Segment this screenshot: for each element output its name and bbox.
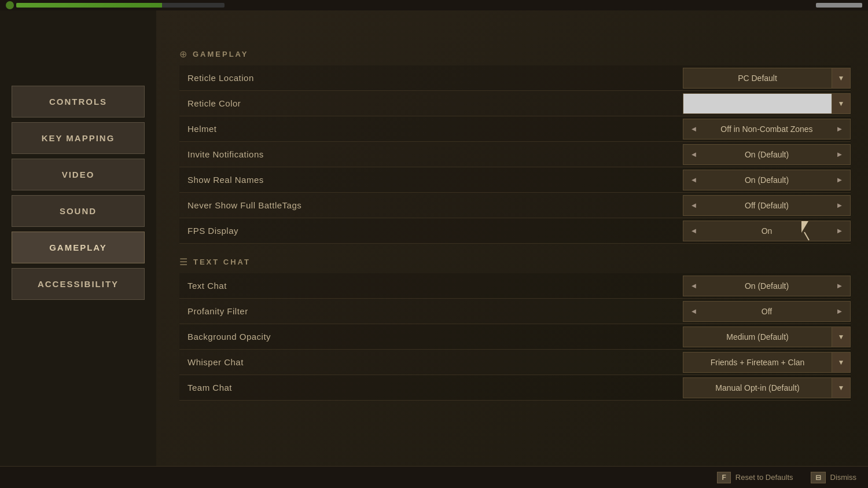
invite-right-btn[interactable]: ► [829,145,850,164]
profanity-left-btn[interactable]: ◄ [683,302,704,321]
whisper-chat-label: Whisper Chat [179,351,683,373]
fps-left-btn[interactable]: ◄ [683,221,704,241]
sidebar-item-sound[interactable]: SOUND [12,195,145,227]
color-swatch[interactable] [683,94,832,113]
never-show-battletags-label: Never Show Full BattleTags [179,195,683,216]
progress-bar [16,3,225,8]
invite-notifications-label: Invite Notifications [179,144,683,165]
fps-value: On [704,226,829,236]
gameplay-icon: ⊕ [179,49,187,60]
text-chat-value: On (Default) [704,281,829,291]
team-chat-control[interactable]: Manual Opt-in (Default) ▼ [683,377,851,398]
team-chat-arrow[interactable]: ▼ [832,378,850,398]
sidebar-item-gameplay[interactable]: GAMEPLAY [12,232,145,263]
background-opacity-control[interactable]: Medium (Default) ▼ [683,326,851,347]
reticle-color-control[interactable]: ▼ [683,93,851,114]
text-chat-section-header: ☰ TEXT CHAT [179,253,851,271]
reset-key-badge: F [717,472,730,483]
progress-bar-right [816,3,862,8]
profanity-filter-row: Profanity Filter ◄ Off ► [179,299,851,324]
reticle-location-value: PC Default [683,74,832,83]
reticle-location-control[interactable]: PC Default ▼ [683,68,851,89]
content-area: ⊕ GAMEPLAY Reticle Location PC Default ▼… [156,10,868,488]
team-chat-row: Team Chat Manual Opt-in (Default) ▼ [179,375,851,401]
bottom-bar: F Reset to Defaults ⊟ Dismiss [0,466,868,488]
progress-fill [16,3,162,8]
invite-left-btn[interactable]: ◄ [683,145,704,164]
sidebar: CONTROLS KEY MAPPING VIDEO SOUND GAMEPLA… [0,10,156,488]
invite-value: On (Default) [704,150,829,159]
background-opacity-label: Background Opacity [179,326,683,347]
battletags-control[interactable]: ◄ Off (Default) ► [683,195,851,216]
show-real-names-label: Show Real Names [179,169,683,190]
reticle-location-label: Reticle Location [179,67,683,89]
show-real-names-row: Show Real Names ◄ On (Default) ► [179,167,851,193]
whisper-chat-control[interactable]: Friends + Fireteam + Clan ▼ [683,352,851,373]
progress-container [6,1,225,9]
reset-to-defaults-action[interactable]: F Reset to Defaults [717,472,793,483]
background-opacity-row: Background Opacity Medium (Default) ▼ [179,324,851,350]
helmet-control[interactable]: ◄ Off in Non-Combat Zones ► [683,119,851,140]
invite-notifications-control[interactable]: ◄ On (Default) ► [683,144,851,165]
battletags-left-btn[interactable]: ◄ [683,196,704,215]
sidebar-item-video[interactable]: VIDEO [12,159,145,190]
helmet-left-btn[interactable]: ◄ [683,119,704,139]
color-arrow[interactable]: ▼ [832,94,850,113]
helmet-row: Helmet ◄ Off in Non-Combat Zones ► [179,116,851,142]
fps-right-btn[interactable]: ► [829,221,850,241]
background-opacity-arrow[interactable]: ▼ [832,327,850,347]
gameplay-title: GAMEPLAY [193,50,248,58]
dismiss-action[interactable]: ⊟ Dismiss [811,472,857,483]
real-names-right-btn[interactable]: ► [829,170,850,190]
whisper-chat-row: Whisper Chat Friends + Fireteam + Clan ▼ [179,350,851,375]
fps-display-label: FPS Display [179,220,683,241]
team-chat-label: Team Chat [179,377,683,398]
sidebar-item-key-mapping[interactable]: KEY MAPPING [12,122,145,154]
fps-display-control[interactable]: ◄ On ► [683,221,851,241]
main-layout: CONTROLS KEY MAPPING VIDEO SOUND GAMEPLA… [0,10,868,488]
text-chat-row: Text Chat ◄ On (Default) ► [179,273,851,299]
profanity-right-btn[interactable]: ► [829,302,850,321]
never-show-battletags-row: Never Show Full BattleTags ◄ Off (Defaul… [179,193,851,218]
reticle-color-row: Reticle Color ▼ [179,91,851,116]
reticle-color-label: Reticle Color [179,93,683,114]
profanity-filter-control[interactable]: ◄ Off ► [683,301,851,322]
background-opacity-value: Medium (Default) [683,332,832,342]
show-real-names-control[interactable]: ◄ On (Default) ► [683,170,851,190]
text-chat-title: TEXT CHAT [193,258,251,266]
profanity-filter-label: Profanity Filter [179,300,683,322]
dismiss-key-badge: ⊟ [811,472,826,483]
real-names-value: On (Default) [704,175,829,185]
fps-display-row: FPS Display ◄ On ► [179,218,851,244]
dismiss-label: Dismiss [830,473,857,482]
helmet-right-btn[interactable]: ► [829,119,850,139]
sidebar-item-controls[interactable]: CONTROLS [12,86,145,118]
text-chat-label: Text Chat [179,275,683,296]
sidebar-item-accessibility[interactable]: ACCESSIBILITY [12,268,145,300]
text-chat-control[interactable]: ◄ On (Default) ► [683,276,851,296]
battletags-value: Off (Default) [704,201,829,210]
helmet-label: Helmet [179,118,683,140]
reset-label: Reset to Defaults [735,473,793,482]
status-circle [6,1,14,9]
helmet-value: Off in Non-Combat Zones [704,124,829,134]
gameplay-section-header: ⊕ GAMEPLAY [179,45,851,63]
text-chat-right-btn[interactable]: ► [829,276,850,296]
whisper-chat-arrow[interactable]: ▼ [832,353,850,372]
real-names-left-btn[interactable]: ◄ [683,170,704,190]
whisper-chat-value: Friends + Fireteam + Clan [683,358,832,367]
battletags-right-btn[interactable]: ► [829,196,850,215]
top-bar [0,0,868,10]
reticle-location-row: Reticle Location PC Default ▼ [179,65,851,91]
reticle-location-arrow[interactable]: ▼ [832,68,850,88]
team-chat-value: Manual Opt-in (Default) [683,383,832,392]
text-chat-left-btn[interactable]: ◄ [683,276,704,296]
invite-notifications-row: Invite Notifications ◄ On (Default) ► [179,142,851,167]
text-chat-icon: ☰ [179,256,187,267]
profanity-value: Off [704,307,829,316]
